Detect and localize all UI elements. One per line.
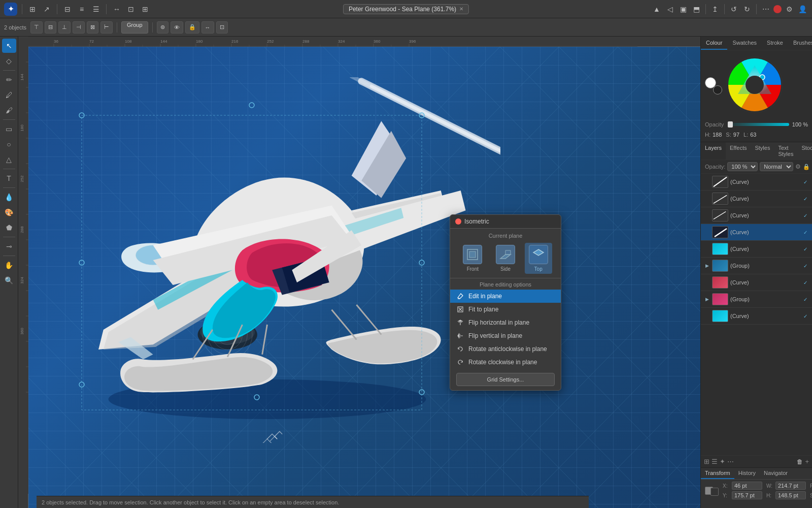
isometric-close-btn[interactable] (455, 218, 461, 225)
zoom-tool[interactable]: 🔍 (2, 273, 16, 288)
more-icons[interactable]: ⋯ (760, 4, 771, 15)
effects-tab[interactable]: Effects (726, 142, 751, 160)
layer-item[interactable]: (Curve) ✓ (701, 274, 812, 291)
pencil-tool[interactable]: ✏ (2, 73, 16, 87)
layer-visibility-check[interactable]: ✓ (802, 178, 809, 185)
layer-group-item[interactable]: ▶ (Group) ✓ (701, 291, 812, 308)
history-icon[interactable]: ↺ (728, 4, 739, 15)
pixel-icon[interactable]: ⬒ (691, 4, 702, 15)
layer-item-selected[interactable]: (Curve) ✓ (701, 224, 812, 241)
layer-visibility-check[interactable]: ✓ (802, 296, 809, 303)
align-right-btn[interactable]: ⊢ (100, 21, 113, 34)
fill-tool[interactable]: ⬟ (2, 220, 16, 235)
layer-visibility-check[interactable]: ✓ (802, 279, 809, 286)
colour-tab[interactable]: Colour (701, 37, 727, 50)
export-icon[interactable]: ⊞ (140, 4, 151, 15)
align-top-btn[interactable]: ⊤ (30, 21, 43, 34)
swatches-tab[interactable]: Swatches (727, 37, 762, 50)
layers-icon4[interactable]: ⋯ (727, 458, 734, 465)
pen-tool[interactable]: 🖊 (2, 88, 16, 102)
front-plane-btn[interactable]: Front (459, 243, 486, 274)
layer-visibility-check[interactable]: ✓ (802, 212, 809, 219)
ellipse-tool[interactable]: ○ (2, 137, 16, 151)
layers-icon3[interactable]: ✦ (720, 458, 725, 465)
layer-visibility-check[interactable]: ✓ (802, 262, 809, 269)
hand-tool[interactable]: ✋ (2, 258, 16, 272)
flip-vertical-item[interactable]: Flip vertical in plane (450, 329, 561, 342)
close-tab-icon[interactable]: ✕ (459, 6, 463, 12)
brush-tool[interactable]: 🖌 (2, 103, 16, 117)
view-grid-icon[interactable]: ⊟ (62, 4, 73, 15)
rotate-anticlockwise-item[interactable]: Rotate anticlockwise in plane (450, 342, 561, 356)
layers-tab[interactable]: Layers (701, 142, 726, 160)
layer-visibility-check[interactable]: ✓ (802, 312, 809, 320)
layer-visibility-check[interactable]: ✓ (802, 229, 809, 236)
more-btn[interactable]: ⊡ (216, 21, 228, 34)
layer-group-item[interactable]: ▶ (Group) ✓ (701, 258, 812, 274)
layer-expand-icon[interactable]: ▶ (704, 263, 710, 269)
navigator-tab[interactable]: Navigator (760, 468, 792, 479)
stock-tab[interactable]: Stock (797, 142, 812, 160)
settings-icon[interactable]: ⚙ (784, 4, 795, 15)
group-button[interactable]: Group (121, 21, 148, 34)
view-cols-icon[interactable]: ≡ (76, 4, 87, 15)
top-plane-btn[interactable]: Top (525, 243, 552, 274)
h-input[interactable] (775, 491, 806, 499)
layer-visibility-check[interactable]: ✓ (802, 245, 809, 252)
paint-tool[interactable]: 🎨 (2, 205, 16, 219)
canvas-background[interactable] (28, 47, 700, 508)
lock-btn[interactable]: 🔒 (185, 21, 199, 34)
red-circle-icon[interactable] (773, 5, 782, 13)
move-icon[interactable]: ↔ (111, 4, 122, 15)
align-left-btn[interactable]: ⊣ (73, 21, 85, 34)
layers-icon6[interactable]: + (805, 458, 809, 465)
node-tool[interactable]: ◇ (2, 54, 16, 68)
align-mid-btn[interactable]: ⊟ (45, 21, 56, 34)
y-input[interactable] (732, 491, 762, 499)
layer-item[interactable]: (Curve) ✓ (701, 241, 812, 258)
layers-icon2[interactable]: ☰ (712, 458, 718, 465)
mode-icon[interactable]: ▣ (678, 4, 689, 15)
styles-tab[interactable]: Styles (751, 142, 774, 160)
rect-tool[interactable]: ▭ (2, 122, 16, 136)
align-center-btn[interactable]: ⊠ (87, 21, 98, 34)
layers-icon5[interactable]: 🗑 (797, 458, 803, 465)
distribute-btn[interactable]: ↔ (201, 21, 214, 34)
measure-tool[interactable]: ⊸ (2, 239, 16, 253)
app-icon[interactable]: ✦ (4, 3, 17, 16)
layer-item[interactable]: (Curve) ✓ (701, 207, 812, 224)
triangle-icon[interactable]: ▲ (651, 4, 662, 15)
history-tab[interactable]: History (734, 468, 760, 479)
share-icon[interactable]: ↗ (41, 4, 52, 15)
brushes-tab[interactable]: Brushes (788, 37, 812, 50)
transform-tab[interactable]: Transform (701, 468, 734, 479)
eyedropper-tool[interactable]: 💧 (2, 190, 16, 204)
opacity-slider[interactable] (727, 123, 789, 126)
layers-icon1[interactable]: ⊞ (704, 458, 709, 465)
select-icon[interactable]: ⊡ (125, 4, 137, 15)
layers-gear-icon[interactable]: ⚙ (795, 163, 801, 170)
visibility-btn[interactable]: 👁 (171, 21, 183, 34)
isometric-btn[interactable]: ⊚ (157, 21, 168, 34)
text-tool[interactable]: T (2, 171, 16, 185)
layer-item[interactable]: (Curve) ✓ (701, 190, 812, 207)
layers-opacity-select[interactable]: 100 % 75 % 50 % (727, 162, 758, 171)
stroke-tab[interactable]: Stroke (762, 37, 788, 50)
fit-to-plane-item[interactable]: Fit to plane (450, 303, 561, 316)
background-swatch[interactable] (713, 85, 722, 94)
x-input[interactable] (732, 482, 762, 490)
blend-mode-select[interactable]: Normal Multiply Screen Overlay (760, 162, 793, 171)
grid-icon[interactable]: ⊞ (27, 4, 38, 15)
grid-settings-btn[interactable]: Grid Settings... (456, 373, 555, 386)
export2-icon[interactable]: ↥ (709, 4, 721, 15)
w-input[interactable] (775, 482, 806, 490)
edit-in-plane-item[interactable]: Edit in plane (450, 290, 561, 303)
side-plane-btn[interactable]: Side (492, 243, 519, 274)
flip-horizontal-item[interactable]: Flip horizontal in plane (450, 316, 561, 329)
flip-h-icon[interactable]: ◁ (664, 4, 675, 15)
triangle-tool[interactable]: △ (2, 152, 16, 167)
align-bot-btn[interactable]: ⊥ (58, 21, 71, 34)
text-styles-tab[interactable]: Text Styles (774, 142, 797, 160)
pointer-tool[interactable]: ↖ (2, 39, 16, 53)
canvas-area[interactable]: 144 180 252 288 324 360 (18, 37, 700, 508)
